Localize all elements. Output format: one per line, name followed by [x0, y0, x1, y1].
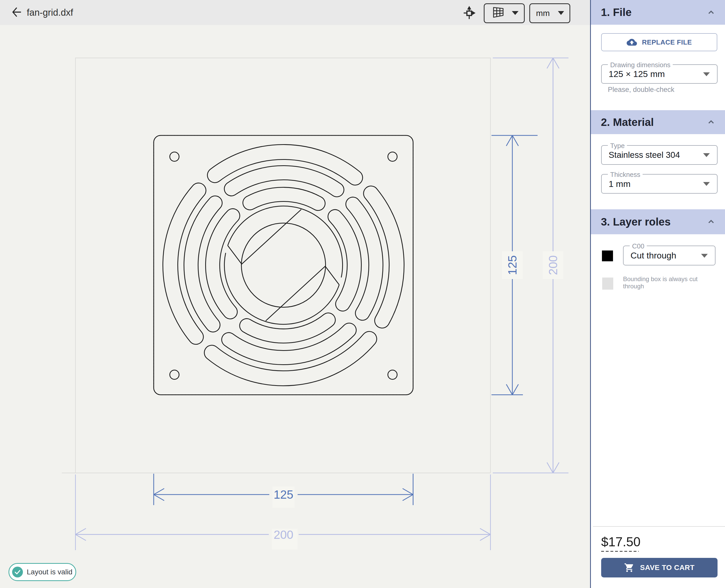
svg-text:200: 200 [274, 528, 293, 541]
svg-text:125: 125 [274, 488, 293, 501]
svg-text:125: 125 [506, 255, 519, 275]
svg-text:200: 200 [546, 255, 560, 275]
